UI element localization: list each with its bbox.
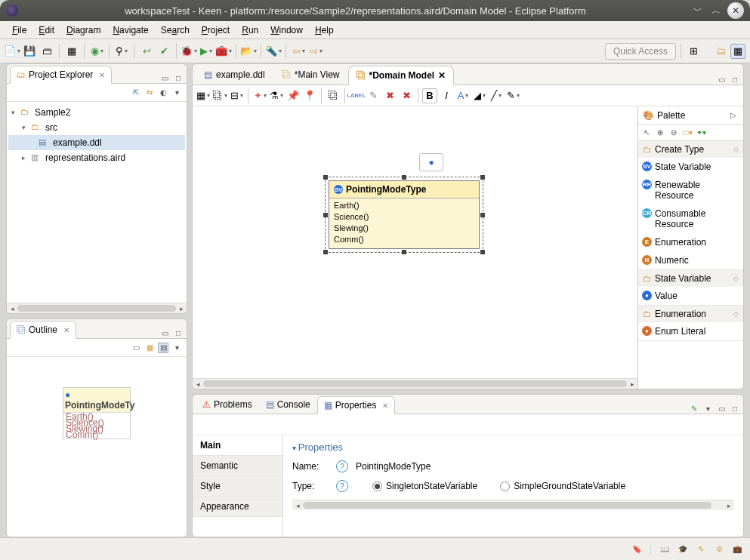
unpin-button[interactable]: 📍 xyxy=(302,88,317,103)
outline-mode2-icon[interactable]: ▦ xyxy=(144,343,155,353)
resize-handle[interactable] xyxy=(323,175,328,180)
popup-toolbar[interactable] xyxy=(419,153,443,171)
project-tree[interactable]: ▾🗀 Sample2 ▾🗀 src ▤ example.ddl ▸▥ repre… xyxy=(7,102,187,168)
tree-folder-src[interactable]: ▾🗀 src xyxy=(8,120,185,135)
resize-handle[interactable] xyxy=(323,250,328,254)
connect-button[interactable]: ⚲ xyxy=(114,44,129,59)
maximize-button[interactable]: ︿ xyxy=(709,4,723,17)
layout-button[interactable]: ▦ xyxy=(64,44,79,59)
diagram-canvas[interactable]: SV PointingModeType Earth() Science() Sl… xyxy=(193,106,637,378)
close-icon[interactable]: ✕ xyxy=(99,71,105,79)
perspective-keen-button[interactable]: 🗂 xyxy=(713,44,728,59)
close-icon[interactable]: ✕ xyxy=(63,326,69,334)
outline-thumbnail[interactable]: ● PointingModeTy Earth() Science() Slewi… xyxy=(63,387,131,439)
scroll-right-icon[interactable]: ▸ xyxy=(724,500,734,511)
maximize-view-icon[interactable]: □ xyxy=(730,74,740,85)
node-attr[interactable]: Slewing() xyxy=(334,223,474,234)
debug-button[interactable]: 🐞 xyxy=(181,44,196,59)
type-radio-singleton[interactable]: SingletonStateVariable xyxy=(372,481,477,491)
filter-button[interactable]: ⚗ xyxy=(269,88,284,103)
hide-button[interactable]: ✎ xyxy=(366,88,381,103)
status-gear-icon[interactable]: ⚙ xyxy=(714,544,724,555)
save-all-button[interactable]: 🗃 xyxy=(39,44,54,59)
tree-project[interactable]: ▾🗀 Sample2 xyxy=(8,105,185,120)
scroll-left-icon[interactable]: ◂ xyxy=(292,500,303,511)
minimize-view-icon[interactable]: ▭ xyxy=(159,72,170,83)
resize-handle[interactable] xyxy=(480,250,485,254)
help-icon[interactable]: ? xyxy=(336,480,348,492)
problems-tab[interactable]: ⚠ Problems xyxy=(196,395,259,414)
view-menu-icon[interactable]: ▾ xyxy=(171,343,182,353)
palette-item[interactable]: ●Enum Literal xyxy=(638,322,743,340)
menu-help[interactable]: Help xyxy=(309,23,340,38)
check-button[interactable]: ✔ xyxy=(156,44,171,59)
minimize-view-icon[interactable]: ▭ xyxy=(716,74,727,85)
status-tag-icon[interactable]: 🔖 xyxy=(631,544,642,555)
node-attr[interactable]: Comm() xyxy=(334,234,474,245)
bold-button[interactable]: B xyxy=(422,88,437,103)
maximize-view-icon[interactable]: □ xyxy=(173,328,184,338)
label-button[interactable]: LABEL xyxy=(349,88,364,103)
maximize-view-icon[interactable]: □ xyxy=(730,403,740,414)
editor-tab-example[interactable]: ▤ example.ddl xyxy=(196,65,273,85)
scroll-right-icon[interactable]: ▸ xyxy=(627,379,637,389)
outline-mode1-icon[interactable]: ▭ xyxy=(131,343,141,353)
properties-tab[interactable]: ▦ Properties ✕ xyxy=(317,396,396,414)
palette-item[interactable]: SVState Variable xyxy=(638,158,743,176)
properties-tab-semantic[interactable]: Semantic xyxy=(193,456,282,476)
resize-handle[interactable] xyxy=(402,250,406,254)
quick-access[interactable]: Quick Access xyxy=(605,43,676,60)
horizontal-scrollbar[interactable]: ◂ ▸ xyxy=(7,303,187,313)
properties-tab-appearance[interactable]: Appearance xyxy=(193,497,282,517)
open-task-button[interactable]: 📂 xyxy=(241,44,256,59)
pin-button[interactable]: 📌 xyxy=(285,88,301,103)
minimize-view-icon[interactable]: ▭ xyxy=(716,403,727,414)
resize-handle[interactable] xyxy=(480,175,485,180)
line-style-button[interactable]: ✎ xyxy=(505,88,520,103)
scroll-left-icon[interactable]: ◂ xyxy=(193,379,203,389)
resize-handle[interactable] xyxy=(402,175,406,180)
palette-item[interactable]: EEnumeration xyxy=(638,233,743,251)
tree-file-aird[interactable]: ▸▥ representations.aird xyxy=(8,150,185,165)
palette-group-header[interactable]: 🗀 Enumeration xyxy=(638,306,743,322)
arrange-button[interactable]: ▦ xyxy=(196,88,211,103)
save-button[interactable]: 💾 xyxy=(22,44,37,59)
canvas-horizontal-scrollbar[interactable]: ◂ ▸ xyxy=(193,378,637,389)
menu-run[interactable]: Run xyxy=(236,23,264,38)
menu-project[interactable]: Project xyxy=(196,23,236,38)
scroll-thumb[interactable] xyxy=(203,380,627,387)
close-button[interactable]: ✕ xyxy=(727,2,744,19)
nav-fwd-button[interactable]: ⇨ xyxy=(308,44,323,59)
focus-task-icon[interactable]: ◐ xyxy=(158,88,168,98)
note-tool-icon[interactable]: ▭▾ xyxy=(682,128,693,138)
delete-button[interactable]: ✖ xyxy=(399,88,414,103)
status-grad-icon[interactable]: 🎓 xyxy=(677,544,688,555)
editor-tab-mainview[interactable]: ⿻ *Main View xyxy=(273,65,348,85)
name-value[interactable]: PointingModeType xyxy=(356,461,431,472)
properties-tab-main[interactable]: Main xyxy=(193,435,282,456)
modeling-button[interactable]: ◉ xyxy=(89,44,104,59)
palette-item[interactable]: RRRenewable Resource xyxy=(638,176,743,205)
diagram-node-pointingmodetype[interactable]: SV PointingModeType Earth() Science() Sl… xyxy=(329,180,480,249)
layer-button[interactable]: ✦ xyxy=(252,88,267,103)
resize-handle[interactable] xyxy=(480,213,485,217)
scroll-thumb[interactable] xyxy=(17,305,176,312)
maximize-view-icon[interactable]: □ xyxy=(173,72,184,83)
menu-file[interactable]: File xyxy=(6,23,32,38)
menu-search[interactable]: Search xyxy=(155,23,196,38)
align-button[interactable]: ⊟ xyxy=(229,88,244,103)
help-icon[interactable]: ? xyxy=(336,460,348,472)
palette-item[interactable]: ●Value xyxy=(638,287,743,305)
status-edit-icon[interactable]: ✎ xyxy=(696,544,706,555)
status-case-icon[interactable]: 💼 xyxy=(732,544,742,555)
resize-handle[interactable] xyxy=(323,213,328,217)
new-button[interactable]: 📄 xyxy=(5,44,20,59)
scroll-thumb[interactable] xyxy=(303,502,711,509)
palette-group-header[interactable]: 🗀 Create Type xyxy=(638,141,743,158)
palette-group-header[interactable]: 🗀 State Variable xyxy=(638,270,743,287)
minimize-button[interactable]: ﹀ xyxy=(691,4,705,17)
node-attr[interactable]: Earth() xyxy=(334,200,474,211)
scroll-left-icon[interactable]: ◂ xyxy=(7,303,17,314)
console-tab[interactable]: ▤ Console xyxy=(259,395,317,414)
menu-navigate[interactable]: Navigate xyxy=(106,23,154,38)
